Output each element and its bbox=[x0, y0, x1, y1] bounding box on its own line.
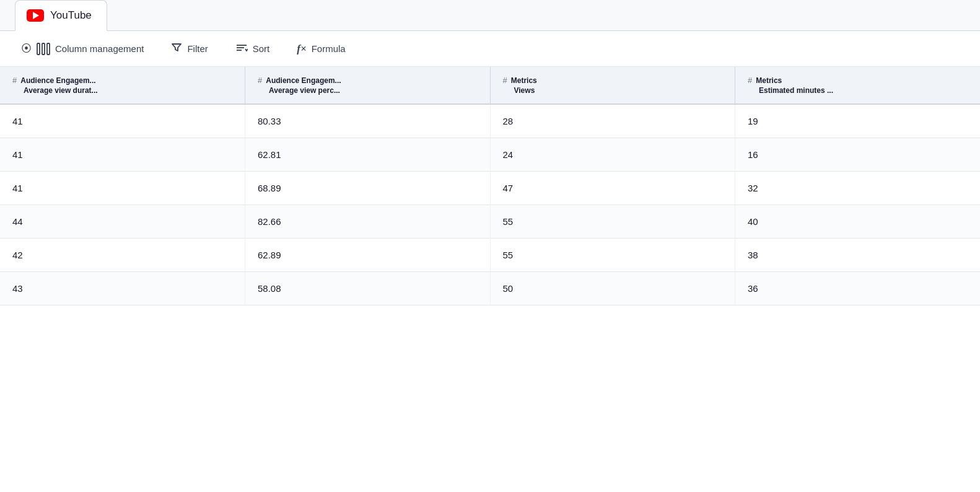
cell-1-1: 62.81 bbox=[245, 138, 491, 172]
table-row: 4168.894732 bbox=[0, 172, 980, 205]
table-header-row: # Audience Engagem... Average view durat… bbox=[0, 67, 980, 104]
cell-2-1: 68.89 bbox=[245, 172, 491, 205]
col-category-1: Audience Engagem... bbox=[20, 76, 95, 85]
cell-1-0: 41 bbox=[0, 138, 245, 172]
col-name-3: Views bbox=[503, 86, 723, 95]
col-header-1[interactable]: # Audience Engagem... Average view durat… bbox=[0, 67, 245, 104]
col-category-4: Metrics bbox=[756, 76, 782, 85]
sort-label: Sort bbox=[253, 43, 270, 54]
filter-icon bbox=[171, 42, 182, 55]
col-header-2[interactable]: # Audience Engagem... Average view perc.… bbox=[245, 67, 491, 104]
tab-bar: YouTube bbox=[0, 0, 980, 31]
cell-4-3: 38 bbox=[735, 239, 981, 272]
col-name-1: Average view durat... bbox=[12, 86, 232, 95]
cell-2-2: 47 bbox=[490, 172, 735, 205]
col-type-icon-3: # bbox=[503, 76, 507, 85]
cell-0-3: 19 bbox=[735, 104, 981, 138]
cell-4-2: 55 bbox=[490, 239, 735, 272]
cell-3-3: 40 bbox=[735, 205, 981, 239]
formula-icon: f× bbox=[297, 43, 306, 55]
sort-icon bbox=[235, 42, 248, 55]
columns-icon: ⦿ bbox=[21, 43, 32, 55]
table-row: 4482.665540 bbox=[0, 205, 980, 239]
col-type-icon-2: # bbox=[258, 76, 262, 85]
column-management-label: Column management bbox=[55, 43, 144, 54]
col-name-2: Average view perc... bbox=[258, 86, 478, 95]
cell-2-3: 32 bbox=[735, 172, 981, 205]
cell-3-0: 44 bbox=[0, 205, 245, 239]
youtube-tab[interactable]: YouTube bbox=[15, 0, 107, 31]
cell-1-2: 24 bbox=[490, 138, 735, 172]
table-row: 4358.085036 bbox=[0, 272, 980, 305]
cell-3-2: 55 bbox=[490, 205, 735, 239]
cell-3-1: 82.66 bbox=[245, 205, 491, 239]
cell-4-0: 42 bbox=[0, 239, 245, 272]
col-category-3: Metrics bbox=[511, 76, 537, 85]
svg-rect-2 bbox=[47, 43, 50, 55]
toolbar: ⦿ Column management Filter Sor bbox=[0, 31, 980, 67]
col-header-3[interactable]: # Metrics Views bbox=[490, 67, 735, 104]
col-name-4: Estimated minutes ... bbox=[748, 86, 968, 95]
col-type-icon-4: # bbox=[748, 76, 752, 85]
cell-5-2: 50 bbox=[490, 272, 735, 305]
cell-5-3: 36 bbox=[735, 272, 981, 305]
data-table-container: # Audience Engagem... Average view durat… bbox=[0, 67, 980, 305]
columns-bars-icon bbox=[37, 43, 50, 55]
svg-rect-0 bbox=[37, 43, 40, 55]
col-type-icon-1: # bbox=[12, 76, 17, 85]
formula-button[interactable]: f× Formula bbox=[293, 40, 349, 58]
table-row: 4262.895538 bbox=[0, 239, 980, 272]
cell-4-1: 62.89 bbox=[245, 239, 491, 272]
tab-label: YouTube bbox=[50, 9, 92, 22]
youtube-icon bbox=[27, 9, 44, 22]
col-header-4[interactable]: # Metrics Estimated minutes ... bbox=[735, 67, 981, 104]
cell-5-0: 43 bbox=[0, 272, 245, 305]
cell-5-1: 58.08 bbox=[245, 272, 491, 305]
column-management-button[interactable]: ⦿ Column management bbox=[17, 40, 147, 58]
cell-2-0: 41 bbox=[0, 172, 245, 205]
formula-label: Formula bbox=[312, 43, 346, 54]
table-row: 4162.812416 bbox=[0, 138, 980, 172]
filter-button[interactable]: Filter bbox=[167, 40, 211, 58]
svg-rect-1 bbox=[42, 43, 45, 55]
cell-1-3: 16 bbox=[735, 138, 981, 172]
cell-0-0: 41 bbox=[0, 104, 245, 138]
table-row: 4180.332819 bbox=[0, 104, 980, 138]
data-table: # Audience Engagem... Average view durat… bbox=[0, 67, 980, 305]
sort-button[interactable]: Sort bbox=[232, 40, 274, 58]
cell-0-2: 28 bbox=[490, 104, 735, 138]
col-category-2: Audience Engagem... bbox=[266, 76, 341, 85]
cell-0-1: 80.33 bbox=[245, 104, 491, 138]
filter-label: Filter bbox=[187, 43, 208, 54]
